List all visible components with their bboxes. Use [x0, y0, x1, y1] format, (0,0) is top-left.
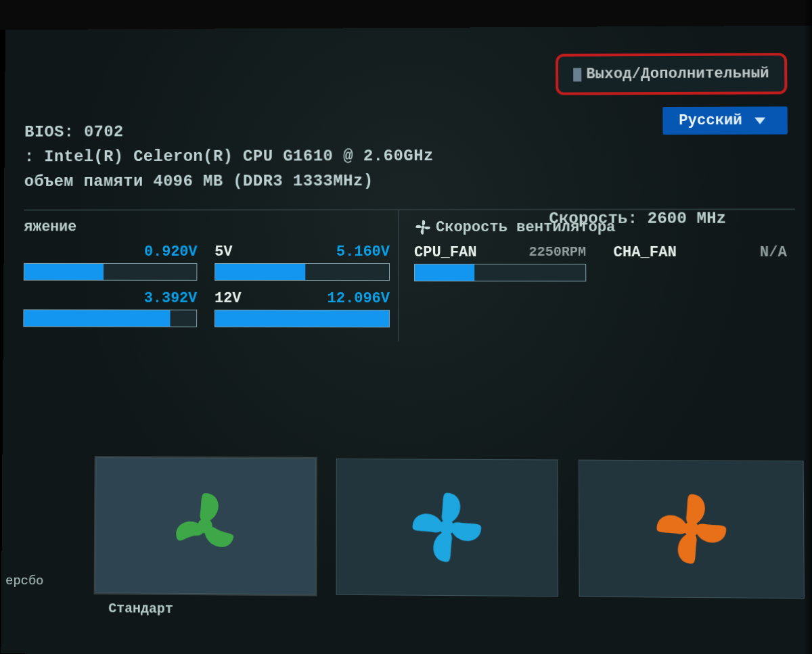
fan-rpm-value: N/A	[760, 244, 787, 261]
language-selector[interactable]: Русский	[662, 106, 788, 135]
fan-icon-blue	[406, 486, 488, 569]
fan-meter: CPU_FAN 2250RPM	[414, 244, 586, 281]
fan-mode-orange[interactable]	[579, 460, 805, 599]
mode-sidebar-label: ерсбо	[1, 457, 76, 593]
cpu-speed: Скорость: 2600 MHz	[549, 210, 726, 228]
cpu-model: : Intel(R) Celeron(R) CPU G1610 @ 2.60GH…	[24, 146, 794, 166]
memory-info: объем памяти 4096 MB (DDR3 1333MHz)	[24, 171, 795, 191]
exit-icon	[573, 68, 581, 81]
exit-button-label: Выход/Дополнительный	[586, 65, 769, 83]
voltage-value: 12.096V	[328, 290, 390, 307]
fan-icon	[414, 218, 432, 236]
voltage-meter: 5V5.160V	[215, 243, 390, 281]
fan-icon-orange	[650, 488, 733, 571]
fan-mode-standard[interactable]	[95, 457, 316, 594]
fan-meter: CHA_FAN N/A	[613, 244, 787, 282]
fan-mode-active-label: Стандарт	[108, 601, 173, 617]
voltage-title: яжение	[24, 218, 390, 235]
voltage-panel: яжение 0.920V 5V5.160V 3.392V 12V12.096V	[23, 210, 398, 341]
voltage-value: 3.392V	[144, 290, 198, 307]
voltage-meter: 12V12.096V	[215, 290, 390, 327]
voltage-meter: 3.392V	[23, 290, 197, 327]
voltage-value: 0.920V	[144, 243, 197, 260]
fan-mode-blue[interactable]	[336, 459, 558, 597]
fan-speed-panel: Скорость вентилятора CPU_FAN 2250RPM CHA…	[398, 210, 796, 342]
svg-point-0	[421, 225, 424, 229]
fan-icon-green	[164, 485, 246, 567]
language-label: Русский	[679, 112, 742, 129]
exit-advanced-button[interactable]: Выход/Дополнительный	[556, 53, 788, 95]
fan-profile-modes: ерсбо	[1, 457, 812, 599]
voltage-value: 5.160V	[336, 243, 390, 260]
voltage-meter: 0.920V	[24, 243, 198, 281]
fan-rpm-value: 2250RPM	[528, 244, 586, 261]
